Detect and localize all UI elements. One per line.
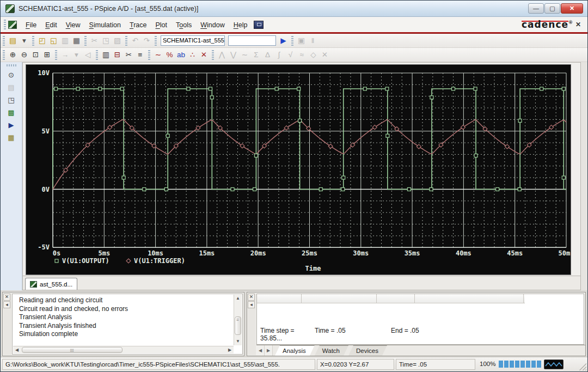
simulation-queue-icon[interactable]: ▦ — [6, 132, 17, 143]
mark-data-points-icon[interactable]: ∼ — [152, 50, 164, 60]
zoom-percent: 100% — [480, 361, 495, 367]
menu-edit[interactable]: Edit — [41, 19, 62, 31]
toolbar-drag-handle[interactable] — [3, 50, 5, 60]
svg-text:5ms: 5ms — [98, 249, 110, 257]
cursor-trail-icon[interactable]: ∴ — [187, 50, 198, 60]
menu-file[interactable]: File — [21, 19, 41, 31]
run-simulation-icon[interactable]: ▶ — [278, 35, 289, 46]
zoom-area-icon[interactable]: ⊡ — [30, 50, 41, 60]
simulation-results-icon[interactable]: ▩ — [6, 107, 17, 118]
output-message: Reading and checking circuit — [19, 296, 231, 305]
svg-text:25ms: 25ms — [302, 249, 317, 257]
document-tab-strip: ast_555.d... — [23, 276, 580, 290]
toggle-cursor-icon[interactable]: ✕ — [198, 50, 210, 60]
open-file-icon[interactable]: ◰ — [36, 35, 48, 46]
pause-simulation-icon: ‖ — [307, 35, 318, 46]
svg-text:10ms: 10ms — [148, 249, 163, 257]
output-file-icon[interactable]: ◳ — [6, 95, 17, 105]
dock-drag-handle[interactable] — [7, 64, 16, 66]
tab-watch[interactable]: Watch — [315, 345, 348, 356]
run-to-time-input[interactable] — [228, 35, 276, 46]
tab-devices[interactable]: Devices — [348, 345, 387, 356]
undo-icon: ↶ — [130, 35, 141, 46]
cursor-trough-icon: ⋁ — [228, 50, 239, 60]
close-document-button[interactable]: ✕ — [575, 21, 581, 28]
cut-trace-icon[interactable]: ✂ — [123, 50, 134, 60]
scroll-down-icon[interactable]: ▼ — [234, 338, 242, 345]
menu-bar: FileEditViewSimulationTracePlotToolsWind… — [1, 17, 587, 32]
eval-measurement-icon: ✕ — [319, 50, 330, 60]
cursor-slope-icon: ∼ — [239, 50, 250, 60]
new-dropdown-caret-icon[interactable]: ▾ — [19, 35, 30, 46]
menu-view[interactable]: View — [62, 19, 85, 31]
svg-text:20ms: 20ms — [250, 249, 266, 257]
scroll-right-icon[interactable]: ▶ — [226, 346, 234, 354]
toolbar-group-separator — [155, 36, 157, 46]
tabs-scroll-left-icon[interactable]: ◀ — [256, 345, 265, 356]
waveform-plot[interactable]: 10V5V0V-5V0s5ms10ms15ms20ms25ms30ms35ms4… — [26, 64, 571, 275]
svg-text:V(U1:OUTPUT): V(U1:OUTPUT) — [62, 257, 109, 265]
svg-text:Time: Time — [305, 265, 321, 272]
new-simulation-icon[interactable]: ▤ — [7, 35, 19, 46]
waveform-status-icon — [544, 359, 564, 369]
zoom-in-icon[interactable]: ⊕ — [7, 50, 19, 60]
output-close-icon[interactable]: ✕ — [3, 294, 10, 301]
toolbar-drag-handle[interactable] — [3, 36, 5, 46]
svg-text:0s: 0s — [53, 249, 60, 257]
svg-text:0V: 0V — [42, 186, 50, 193]
append-file-icon[interactable]: ◱ — [48, 35, 59, 46]
jump-forward-icon: → — [59, 50, 71, 60]
performance-analysis-icon[interactable]: % — [164, 50, 175, 60]
plot-toolbar: ⊕⊖⊡⊞→▾◁▥⊟✂≡∼%ab∴✕⋀⋁∼ΣΔ∫√≈◇✕ — [1, 48, 587, 62]
client-area: ⊙▤◳▩▶▦ 10V5V0V-5V0s5ms10ms15ms20ms25ms30… — [1, 62, 587, 290]
zoom-fit-icon[interactable]: ⊞ — [41, 50, 53, 60]
tab-ast555-dat[interactable]: ast_555.d... — [25, 278, 77, 290]
view-netlist-icon: ▣ — [296, 35, 307, 46]
menu-simulation[interactable]: Simulation — [85, 19, 125, 31]
toolbar-group-separator — [148, 50, 150, 60]
simulation-profile-combo[interactable]: SCHEMATIC1-ast_555 — [161, 35, 225, 46]
menu-trace[interactable]: Trace — [125, 19, 151, 31]
cursor-min-icon: Σ — [250, 50, 262, 60]
log-x-axis-icon[interactable]: ⊟ — [112, 50, 123, 60]
simulation-manager-icon[interactable]: ⊙ — [6, 70, 17, 80]
sim-time-value: Time = .05 — [315, 327, 391, 342]
hscroll-thumb[interactable]: 𝍖 — [22, 347, 122, 353]
tabs-scroll-right-icon[interactable]: ▶ — [265, 345, 273, 356]
command-window-icon[interactable]: ▶ — [6, 120, 17, 130]
resize-grip[interactable] — [579, 363, 586, 370]
menu-help[interactable]: Help — [229, 19, 252, 31]
zoom-out-icon[interactable]: ⊖ — [19, 50, 30, 60]
output-horizontal-scrollbar[interactable]: ◀ 𝍖 ▶ — [13, 346, 234, 353]
mdi-child-controls-icon[interactable] — [254, 21, 264, 29]
toolbar-group-separator — [291, 36, 293, 46]
add-plot-icon[interactable]: ▥ — [100, 50, 112, 60]
minimize-button[interactable]: — — [528, 3, 544, 14]
menu-plot[interactable]: Plot — [151, 19, 171, 31]
output-collapse-icon[interactable]: ◂ — [3, 301, 10, 308]
document-icon[interactable] — [8, 21, 17, 29]
svg-text:5V: 5V — [42, 127, 50, 135]
trace-list-icon[interactable]: ≡ — [134, 50, 146, 60]
simstatus-collapse-icon[interactable]: ◂ — [248, 301, 255, 308]
close-button[interactable]: ✕ — [561, 3, 583, 14]
menu-tools[interactable]: Tools — [171, 19, 196, 31]
output-vertical-scrollbar[interactable]: ▲ ≡ ▼ — [234, 295, 242, 345]
text-label-icon[interactable]: ab — [175, 50, 187, 60]
tab-analysis[interactable]: Analysis — [275, 345, 315, 356]
scroll-up-icon[interactable]: ▲ — [234, 295, 242, 302]
jump-caret-icon: ▾ — [71, 50, 82, 60]
cursor-peak-icon: ⋀ — [216, 50, 228, 60]
menubar-drag-handle[interactable] — [4, 20, 6, 29]
circuit-file-icon[interactable]: ▤ — [6, 82, 17, 93]
plot-canvas[interactable]: 10V5V0V-5V0s5ms10ms15ms20ms25ms30ms35ms4… — [26, 65, 571, 275]
restore-button[interactable]: ▢ — [544, 3, 560, 14]
scroll-left-icon[interactable]: ◀ — [13, 346, 21, 354]
bottom-dock: ✕ ◂ Reading and checking circuitCircuit … — [1, 290, 587, 358]
simstatus-close-icon[interactable]: ✕ — [248, 294, 255, 301]
print-icon[interactable]: ▦ — [71, 35, 82, 46]
previous-zoom-icon: ◁ — [82, 50, 94, 60]
menu-window[interactable]: Window — [196, 19, 229, 31]
simstatus-table-header — [257, 294, 525, 303]
vscroll-thumb[interactable]: ≡ — [235, 316, 241, 335]
